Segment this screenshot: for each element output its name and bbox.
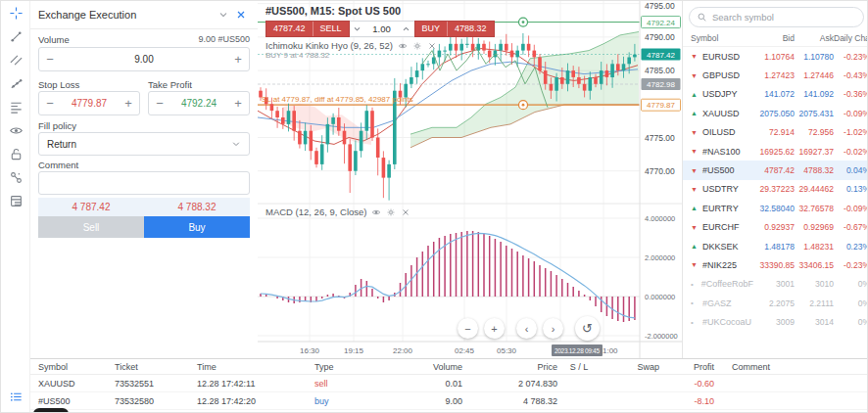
quick-volume-value[interactable]: 1.00 <box>365 23 399 34</box>
quick-buy-button[interactable]: BUY 4788.32 <box>414 21 495 37</box>
volume-up-button[interactable] <box>399 24 414 33</box>
trend-flat-icon: • <box>691 318 699 327</box>
svg-text:2.000000: 2.000000 <box>645 253 675 262</box>
tool-grid[interactable] <box>1 189 30 212</box>
pos-time: 12.28 17:42:20 <box>197 396 314 406</box>
zoom-out-button[interactable]: − <box>458 318 478 339</box>
chart-symbol-title: #US500, M15: Spot US 500 <box>265 5 401 17</box>
market-row-EURCHF[interactable]: ▼EURCHF0.929370.92969-0.67% <box>683 218 868 237</box>
tool-channel[interactable] <box>1 48 30 71</box>
positions-column-volume: Volume <box>399 362 462 372</box>
indicator-visibility-button[interactable] <box>398 41 408 51</box>
symbol-cell: ▼GBPUSD <box>691 70 753 80</box>
market-row-XAUUSD[interactable]: ▲XAUUSD2075.0502075.431-0.09% <box>683 104 868 122</box>
tool-pitchfork[interactable] <box>1 71 30 95</box>
market-row-US500[interactable]: ▼#US5004787.424788.320.04% <box>683 161 868 179</box>
trend-down-icon: ▼ <box>691 186 699 193</box>
ask-cell: 3014 <box>795 317 834 327</box>
zoom-in-button[interactable]: + <box>484 318 505 339</box>
pos-type: buy <box>314 396 399 406</box>
stop-loss-label: Stop Loss <box>38 79 79 90</box>
position-row[interactable]: #US5007353258012.28 17:42:20buy9.004 788… <box>30 392 867 410</box>
trend-up-icon: ▲ <box>691 243 699 250</box>
svg-text:4785.00: 4785.00 <box>645 66 675 75</box>
close-order-panel-button[interactable] <box>232 6 250 23</box>
stop-loss-decrease-button[interactable]: − <box>39 92 61 115</box>
tool-crosshair[interactable] <box>1 1 30 24</box>
tool-objects[interactable] <box>1 165 30 189</box>
collapse-button[interactable] <box>215 6 232 23</box>
svg-text:19:15: 19:15 <box>344 346 364 355</box>
comment-input[interactable] <box>38 171 250 195</box>
ask-cell: 33406.15 <box>795 260 834 270</box>
tool-eye[interactable] <box>1 118 30 142</box>
daily-change-cell: 0% <box>834 279 868 289</box>
pos-price: 2 074.830 <box>462 379 557 389</box>
symbol-cell: ▼#NIK225 <box>691 260 753 270</box>
market-row-DKKSEK[interactable]: ▲DKKSEK1.481781.482310.23% <box>683 237 868 255</box>
macd-remove-button[interactable] <box>401 207 410 217</box>
pos-ticket: 73532580 <box>115 396 197 406</box>
take-profit-increase-button[interactable]: + <box>227 92 249 115</box>
positions-column-swap: Swap <box>601 362 659 372</box>
macd-settings-button[interactable] <box>386 207 396 217</box>
indicator-settings-button[interactable] <box>412 41 422 51</box>
sell-button[interactable]: Sell <box>38 216 144 238</box>
scroll-left-button[interactable]: ‹ <box>516 318 537 339</box>
daily-change-cell: -1.02% <box>834 127 868 137</box>
market-row-USDJPY[interactable]: ▲USDJPY141.072141.092-0.36% <box>683 85 868 104</box>
tool-trend-line[interactable] <box>1 24 30 48</box>
search-input[interactable] <box>712 12 856 23</box>
market-row-EURTRY[interactable]: ▲EURTRY32.5804032.76578-0.09% <box>683 199 868 217</box>
reset-chart-button[interactable]: ↺ <box>575 316 600 341</box>
tool-objects-list[interactable] <box>1 385 30 408</box>
market-watch-panel: Symbol Bid Ask Daily Cha.. ▼EURUSD1.1076… <box>682 1 868 358</box>
symbol-cell: ▲XAUUSD <box>691 109 753 118</box>
tool-fibonacci[interactable] <box>1 95 30 118</box>
daily-change-cell: -0.36% <box>834 89 868 99</box>
tool-lock[interactable] <box>1 142 30 165</box>
open-position-label: BUY 9 at 4 788.32 <box>265 51 329 60</box>
indicator-remove-button[interactable] <box>427 41 437 51</box>
positions-rows: XAUUSD7353255112.28 17:42:11sell0.012 07… <box>30 375 867 413</box>
volume-increase-button[interactable]: + <box>227 48 249 70</box>
market-row-GASZ[interactable]: •#GASZ2.20752.21110% <box>683 294 868 312</box>
market-row-EURUSD[interactable]: ▼EURUSD1.107641.10780-0.23% <box>683 47 868 66</box>
buy-button[interactable]: Buy <box>144 216 250 238</box>
quick-sell-button[interactable]: 4787.42 SELL <box>265 21 350 37</box>
market-row-UKCocoaU[interactable]: •#UKCocoaU300930140% <box>683 312 868 331</box>
volume-decrease-button[interactable]: − <box>39 48 61 70</box>
market-row-NIK225[interactable]: ▼#NIK22533390.8533406.15-0.23% <box>683 255 868 274</box>
volume-label: Volume <box>38 34 70 45</box>
column-ask: Ask <box>795 33 834 43</box>
stop-loss-value[interactable]: 4779.87 <box>61 98 118 109</box>
chart-navigation: − + ‹ › ↺ <box>458 316 600 341</box>
position-row[interactable]: XAUUSD7353255112.28 17:42:11sell0.012 07… <box>30 375 867 392</box>
market-row-GBPUSD[interactable]: ▼GBPUSD1.274231.27446-0.43% <box>683 66 868 84</box>
fill-policy-select[interactable]: Return <box>38 132 250 156</box>
market-row-NAS100[interactable]: ▼#NAS10016925.6216927.37-0.02% <box>683 142 868 161</box>
column-bid: Bid <box>753 33 795 43</box>
pitchfork-icon <box>9 76 24 91</box>
ask-cell: 2.2111 <box>795 298 834 308</box>
trend-down-icon: ▼ <box>691 148 699 155</box>
market-row-OILUSD[interactable]: ▼OILUSD72.91472.956-1.02% <box>683 123 868 142</box>
quick-sell-label: SELL <box>313 22 349 36</box>
market-row-USDTRY[interactable]: ▼USDTRY29.3722329.444620.13% <box>683 180 868 199</box>
volume-down-button[interactable] <box>350 24 365 33</box>
symbol-cell: ▼EURUSD <box>691 52 753 62</box>
macd-visibility-button[interactable] <box>371 207 381 217</box>
symbol-cell: ▲USDJPY <box>691 89 753 99</box>
ichimoku-indicator-label: Ichimoku Kinko Hyo (9, 26, 52) <box>265 40 393 51</box>
stop-loss-increase-button[interactable]: + <box>118 92 139 115</box>
daily-change-cell: 0.04% <box>834 165 868 175</box>
take-profit-value[interactable]: 4792.24 <box>170 98 227 109</box>
scroll-right-button[interactable]: › <box>543 318 563 339</box>
objects-icon <box>9 170 24 185</box>
take-profit-decrease-button[interactable]: − <box>149 92 170 115</box>
chevron-down-icon <box>353 24 362 33</box>
volume-value[interactable]: 9.00 <box>61 54 227 65</box>
svg-text:16:30: 16:30 <box>300 346 320 355</box>
market-row-CoffeeRobF[interactable]: •#CoffeeRobF300130100% <box>683 275 868 294</box>
positions-column-profit: Profit <box>659 362 714 372</box>
